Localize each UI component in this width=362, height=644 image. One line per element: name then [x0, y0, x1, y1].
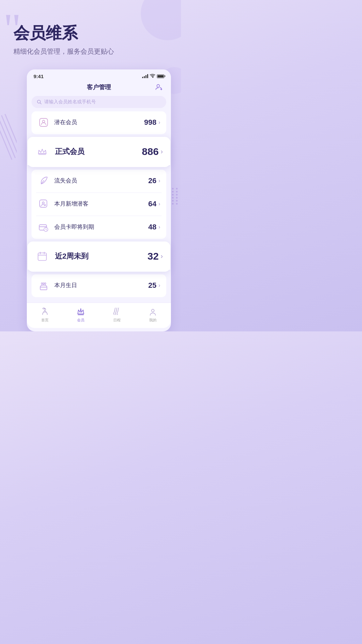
section-middle: 流失会员 26 › 本月新增潜客 64 ›	[32, 170, 166, 239]
svg-point-10	[42, 202, 44, 204]
svg-point-7	[43, 120, 45, 122]
list-item-formal[interactable]: 正式会员 886 ›	[27, 138, 170, 165]
tab-schedule[interactable]: 日程	[107, 307, 127, 323]
crown-icon	[35, 144, 50, 159]
header-section: 会员维系 精细化会员管理，服务会员更贴心	[0, 0, 181, 63]
person-badge-icon	[38, 116, 50, 128]
list-item-birthday[interactable]: 本月生日 25 ›	[32, 274, 166, 297]
section-potential: 潜在会员 998 ›	[32, 111, 166, 134]
page-subtitle: 精细化会员管理，服务会员更贴心	[13, 47, 168, 56]
tab-home[interactable]: 首页	[35, 307, 55, 323]
item-label-potential: 潜在会员	[54, 118, 144, 126]
svg-point-22	[152, 309, 154, 312]
navbar-title: 客户管理	[87, 83, 111, 91]
item-label-formal: 正式会员	[55, 147, 142, 157]
item-count-birthday: 25	[148, 281, 156, 290]
svg-rect-8	[38, 154, 46, 155]
item-label-expiring: 会员卡即将到期	[54, 223, 148, 231]
leaf-icon	[38, 175, 50, 187]
list-item-expiring[interactable]: 会员卡即将到期 48 ›	[32, 216, 166, 238]
wifi-icon	[150, 74, 155, 79]
svg-point-4	[157, 85, 160, 87]
status-time: 9:41	[34, 73, 44, 79]
chevron-lost: ›	[159, 178, 160, 184]
member-tab-icon	[76, 307, 85, 316]
phone-navbar: 客户管理	[27, 81, 171, 94]
chevron-formal: ›	[161, 148, 163, 155]
item-label-lost: 流失会员	[54, 177, 148, 184]
schedule-tab-icon	[112, 307, 122, 316]
card-clock-icon	[38, 221, 50, 233]
list-item-absent[interactable]: 近2周未到 32 ›	[27, 243, 170, 270]
item-label-new-month: 本月新增潜客	[54, 200, 148, 208]
decorative-lines	[0, 114, 17, 161]
tab-mine[interactable]: 我的	[143, 307, 163, 323]
chevron-expiring: ›	[159, 224, 160, 230]
tab-bar: 首页 会员 日程	[27, 303, 171, 328]
list-item-potential[interactable]: 潜在会员 998 ›	[32, 111, 166, 133]
item-count-formal: 886	[142, 146, 159, 157]
item-label-birthday: 本月生日	[54, 281, 148, 289]
item-count-expiring: 48	[148, 223, 156, 231]
item-count-lost: 26	[148, 176, 156, 185]
item-count-new-month: 64	[148, 200, 156, 208]
item-label-absent: 近2周未到	[55, 251, 147, 261]
svg-point-20	[45, 283, 46, 284]
tab-mine-label: 我的	[149, 318, 157, 323]
cake-icon	[38, 279, 50, 291]
tab-member[interactable]: 会员	[71, 307, 91, 323]
battery-icon	[157, 74, 164, 78]
chevron-birthday: ›	[159, 282, 160, 288]
page-title: 会员维系	[13, 23, 168, 43]
signal-icon	[142, 74, 148, 78]
status-icons	[142, 74, 164, 79]
home-tab-icon	[40, 307, 50, 316]
phone-mockup: 9:41 客户管理	[27, 69, 171, 331]
person-plus-icon	[38, 198, 50, 210]
add-user-button[interactable]	[154, 82, 164, 93]
chevron-absent: ›	[161, 252, 163, 260]
mine-tab-icon	[148, 307, 158, 316]
search-icon	[37, 100, 42, 104]
tab-home-label: 首页	[41, 318, 49, 323]
svg-rect-14	[38, 253, 47, 261]
search-placeholder: 请输入会员姓名或手机号	[44, 99, 96, 105]
tab-schedule-label: 日程	[113, 318, 121, 323]
svg-rect-21	[78, 314, 84, 315]
chevron-potential: ›	[159, 119, 160, 125]
list-item-new-month[interactable]: 本月新增潜客 64 ›	[32, 193, 166, 215]
item-count-potential: 998	[144, 118, 157, 127]
tab-member-label: 会员	[77, 318, 84, 323]
svg-point-19	[43, 283, 44, 284]
calendar-icon	[35, 249, 50, 264]
section-absent: 近2周未到 32 ›	[27, 241, 170, 272]
chevron-new-month: ›	[159, 201, 160, 207]
status-bar: 9:41	[27, 69, 171, 81]
section-formal: 正式会员 886 ›	[27, 137, 170, 167]
item-count-absent: 32	[147, 251, 159, 262]
section-birthday: 本月生日 25 ›	[32, 274, 166, 297]
list-item-lost[interactable]: 流失会员 26 ›	[32, 170, 166, 192]
svg-point-18	[41, 283, 43, 284]
search-bar[interactable]: 请输入会员姓名或手机号	[32, 96, 166, 108]
